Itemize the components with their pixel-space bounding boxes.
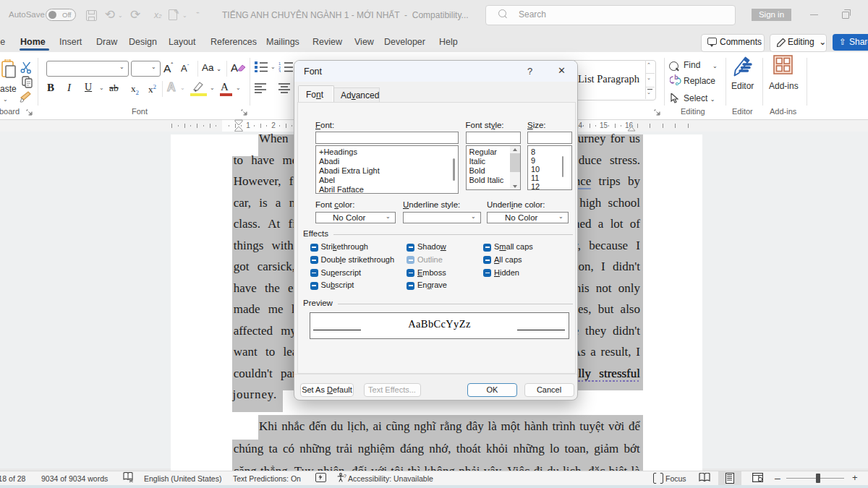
- svg-text:3: 3: [278, 69, 281, 73]
- svg-text:c: c: [675, 80, 678, 86]
- svg-text:?: ?: [344, 474, 346, 479]
